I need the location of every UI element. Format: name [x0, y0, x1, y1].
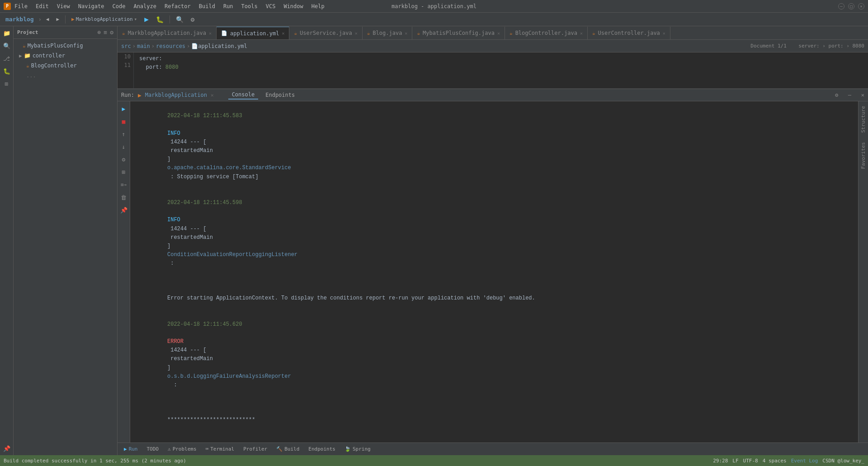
sidebar-add-btn[interactable]: ⊕ — [98, 29, 101, 36]
status-time[interactable]: 29:28 — [713, 458, 728, 464]
console-run-btn[interactable]: ▶ — [119, 104, 128, 113]
menu-build[interactable]: Build — [195, 2, 219, 10]
log-space4: 14244 --- [ — [167, 226, 210, 232]
console-left-toolbar: ▶ ■ ↑ ↓ ⚙ ⊞ ≡→ 🗑 📌 — [118, 101, 130, 442]
activity-pin[interactable]: 📌 — [2, 443, 12, 453]
bottom-btn-run[interactable]: ▶ Run — [120, 445, 142, 453]
console-layout-btn[interactable]: ⊞ — [119, 167, 128, 176]
console-scroll-up[interactable]: ↑ — [119, 129, 128, 138]
menu-code[interactable]: Code — [109, 2, 129, 10]
tab-blogcontroller[interactable]: ☕ BlogController.java ✕ — [505, 27, 588, 39]
right-tab-favorites[interactable]: Favorites — [859, 138, 868, 174]
build-label: Build — [284, 446, 299, 452]
tab-markblogapp[interactable]: ☕ MarkblogApplication.java ✕ — [118, 27, 217, 39]
toolbar-nav-forward[interactable]: ▶ — [53, 15, 62, 23]
status-build-msg[interactable]: Build completed successfully in 1 sec, 2… — [4, 458, 186, 464]
menu-file[interactable]: File — [11, 2, 31, 10]
tab-close-applicationyml[interactable]: ✕ — [282, 31, 284, 36]
breadcrumb-main[interactable]: main — [137, 43, 150, 49]
bottom-btn-spring[interactable]: 🍃 Spring — [341, 445, 374, 453]
status-right: 29:28 LF UTF-8 4 spaces Event Log CSDN @… — [713, 458, 864, 464]
log-space — [167, 121, 170, 128]
tab-userservice[interactable]: ☕ UserService.java ✕ — [289, 27, 362, 39]
tab-close-usercontroller[interactable]: ✕ — [663, 31, 665, 36]
sidebar-item-blogcontroller[interactable]: ☕ BlogController — [14, 61, 117, 71]
menu-window[interactable]: Window — [280, 2, 307, 10]
run-bottom-label: Run — [129, 446, 138, 452]
activity-search[interactable]: 🔍 — [2, 41, 12, 51]
search-button[interactable]: 🔍 — [173, 15, 186, 24]
activity-plugins[interactable]: ⊞ — [2, 79, 12, 89]
project-name[interactable]: markblog — [3, 15, 37, 24]
console-format-btn[interactable]: ≡→ — [119, 180, 128, 189]
breadcrumb-sep3: › — [187, 43, 190, 49]
bottom-btn-endpoints[interactable]: Endpoints — [305, 445, 339, 453]
toolbar-nav-back[interactable]: ◀ — [43, 15, 52, 23]
folder-icon: 📁 — [24, 52, 31, 59]
run-settings-btn[interactable]: ⚙ — ✕ — [835, 92, 864, 98]
sidebar-settings-btn[interactable]: ⚙ — [110, 29, 113, 36]
status-charset[interactable]: UTF-8 — [743, 458, 758, 464]
console-pin-btn[interactable]: 📌 — [119, 205, 128, 214]
menu-view[interactable]: View — [53, 2, 74, 10]
minimize-button[interactable]: — — [838, 3, 844, 10]
log-space5 — [167, 330, 170, 336]
bottom-btn-problems[interactable]: ⚠ Problems — [164, 445, 200, 453]
tab-applicationyml[interactable]: 📄 application.yml ✕ — [217, 27, 289, 39]
breadcrumb-resources[interactable]: resources — [156, 43, 185, 49]
bottom-btn-profiler[interactable]: Profiler — [240, 445, 271, 453]
close-button[interactable]: ✕ — [858, 3, 864, 10]
maximize-button[interactable]: □ — [848, 3, 854, 10]
debug-button[interactable]: 🐛 — [153, 15, 166, 24]
console-stop-btn[interactable]: ■ — [119, 117, 128, 126]
console-clear-btn[interactable]: 🗑 — [119, 193, 128, 202]
tab-close-mybatisplusconfig[interactable]: ✕ — [497, 31, 500, 36]
tab-blog[interactable]: ☕ Blog.java ✕ — [363, 27, 413, 39]
menu-run[interactable]: Run — [220, 2, 237, 10]
problems-label: Problems — [173, 446, 197, 452]
sidebar-item-mybatisplus[interactable]: ☕ MybatisPlusConfig — [14, 41, 117, 51]
tab-mybatisplusconfig[interactable]: ☕ MybatisPlusConfig.java ✕ — [412, 27, 505, 39]
activity-project[interactable]: 📁 — [2, 28, 12, 38]
console-settings-btn[interactable]: ⚙ — [119, 155, 128, 164]
tab-close-blogcontroller[interactable]: ✕ — [580, 31, 583, 36]
menu-help[interactable]: Help — [308, 2, 328, 10]
menu-edit[interactable]: Edit — [32, 2, 52, 10]
run-tab-console[interactable]: Console — [228, 90, 259, 100]
run-panel-close[interactable]: ✕ — [211, 92, 214, 98]
editor-content[interactable]: server: port: 8080 — [134, 52, 868, 88]
menu-refactor[interactable]: Refactor — [161, 2, 194, 10]
log-ts-3: 2022-04-18 12:11:45.620 — [167, 321, 242, 328]
activity-vcs[interactable]: ⎇ — [2, 53, 12, 63]
menu-tools[interactable]: Tools — [238, 2, 261, 10]
log-thread-1: restartedMain — [167, 147, 213, 154]
status-encoding[interactable]: LF — [732, 458, 738, 464]
menu-navigate[interactable]: Navigate — [75, 2, 108, 10]
menu-vcs[interactable]: VCS — [262, 2, 279, 10]
menu-analyze[interactable]: Analyze — [130, 2, 160, 10]
bottom-btn-todo[interactable]: TODO — [143, 445, 163, 453]
console-content[interactable]: 2022-04-18 12:11:45.583 INFO 14244 --- [… — [130, 101, 858, 442]
run-button[interactable]: ▶ — [142, 14, 151, 24]
status-spaces[interactable]: 4 spaces — [763, 458, 787, 464]
tab-usercontroller[interactable]: ☕ UserController.java ✕ — [588, 27, 670, 39]
editor-line-10: server: — [139, 54, 863, 63]
console-scroll-down[interactable]: ↓ — [119, 142, 128, 151]
activity-debug[interactable]: 🐛 — [2, 66, 12, 76]
status-event-log[interactable]: Event Log — [791, 458, 818, 464]
run-tab-endpoints[interactable]: Endpoints — [262, 91, 298, 99]
sidebar-collapse-btn[interactable]: ≡ — [104, 29, 107, 36]
sidebar-item-more[interactable]: ... — [14, 71, 117, 81]
tab-close-markblogapp[interactable]: ✕ — [209, 31, 212, 36]
tab-close-userservice[interactable]: ✕ — [355, 31, 358, 36]
sidebar-item-controller[interactable]: ▶ 📁 controller — [14, 51, 117, 61]
right-tab-structure[interactable]: Structure — [859, 101, 868, 138]
run-config-dropdown[interactable]: ▶ MarkblogApplication ▾ — [69, 15, 140, 23]
run-app-name[interactable]: MarkblogApplication — [145, 92, 207, 98]
settings-button[interactable]: ⚙ — [188, 15, 197, 24]
bottom-btn-build[interactable]: 🔨 Build — [273, 445, 303, 453]
bottom-btn-terminal[interactable]: ⌨ Terminal — [202, 445, 238, 453]
tab-label-blog: Blog.java — [373, 30, 402, 36]
tab-close-blog[interactable]: ✕ — [405, 31, 407, 36]
breadcrumb-src[interactable]: src — [121, 43, 131, 49]
